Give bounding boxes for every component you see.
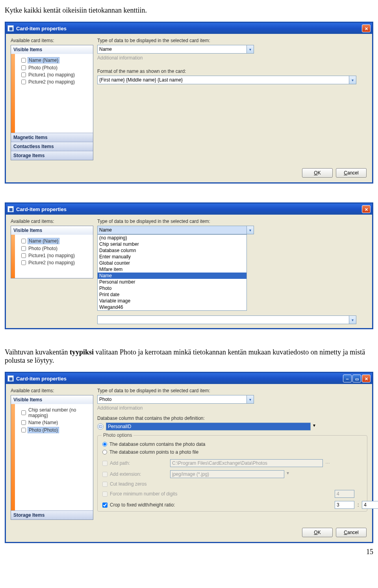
type-combo[interactable] xyxy=(97,226,367,234)
type-dropdown-list[interactable]: (no mapping) Chip serial number Database… xyxy=(97,234,247,311)
dropdown-item[interactable]: Chip serial number xyxy=(98,241,246,247)
db-column-label: Database column that contains the photo … xyxy=(97,415,367,421)
format-combo[interactable] xyxy=(97,315,367,324)
format-input[interactable] xyxy=(97,315,349,324)
accordion: Visible Items Name (Name) Photo (Photo) … xyxy=(11,226,93,278)
app-icon: ▦ xyxy=(7,375,14,382)
app-icon: ▦ xyxy=(7,25,14,32)
cancel-button[interactable]: Cancel xyxy=(336,168,367,178)
chevron-down-icon[interactable] xyxy=(247,45,254,54)
forcemin-input xyxy=(335,490,354,498)
checkbox[interactable] xyxy=(21,72,26,77)
checkbox[interactable] xyxy=(21,253,26,258)
chevron-down-icon[interactable] xyxy=(247,395,254,404)
type-combo[interactable] xyxy=(97,45,367,54)
checkbox[interactable] xyxy=(21,260,26,265)
ok-button[interactable]: OK xyxy=(302,528,333,537)
list-item[interactable]: Photo (Photo) xyxy=(20,245,91,252)
chevron-down-icon[interactable] xyxy=(349,76,356,84)
dropdown-item[interactable]: Personal number xyxy=(98,279,246,285)
accent-strip xyxy=(11,404,15,510)
cancel-button[interactable]: Cancel xyxy=(336,528,367,537)
chevron-down-icon xyxy=(287,470,289,478)
crop-height-input[interactable] xyxy=(362,501,378,509)
section-visible[interactable]: Visible Items xyxy=(11,395,93,404)
checkbox xyxy=(102,461,107,466)
window-title: Card-item properties xyxy=(16,26,67,32)
chevron-down-icon[interactable] xyxy=(247,226,254,234)
section-storage[interactable]: Storage Items xyxy=(11,510,93,519)
list-item[interactable]: Picture2 (no mapping) xyxy=(20,259,91,266)
dropdown-item[interactable]: Variable image xyxy=(98,298,246,304)
type-input[interactable] xyxy=(97,395,247,404)
photo-options-group: Photo options The database column contai… xyxy=(97,435,367,512)
crop-width-input[interactable] xyxy=(335,501,354,509)
accordion: Visible Items Name (Name) Photo (Photo) … xyxy=(11,45,93,160)
maximize-icon xyxy=(355,376,359,382)
accordion: Visible Items Chip serial number (no map… xyxy=(11,395,93,520)
type-input[interactable] xyxy=(97,226,247,234)
section-magnetic[interactable]: Magnetic Items xyxy=(11,133,93,142)
close-button[interactable] xyxy=(362,375,371,382)
group-legend: Photo options xyxy=(102,432,133,438)
checkbox[interactable] xyxy=(21,239,26,243)
checkbox[interactable] xyxy=(21,410,26,415)
radio-points-file[interactable]: The database column points to a photo fi… xyxy=(102,448,362,456)
visible-items-list: Name (Name) Photo (Photo) Picture1 (no m… xyxy=(15,54,93,133)
dropdown-item[interactable]: Enter manually xyxy=(98,254,246,260)
dropdown-item[interactable]: Wiegand46 xyxy=(98,304,246,310)
minimize-button[interactable] xyxy=(343,375,352,382)
close-icon xyxy=(365,206,368,212)
list-item[interactable]: Picture1 (no mapping) xyxy=(20,71,91,78)
db-column-input[interactable] xyxy=(106,423,311,430)
accent-strip xyxy=(11,54,15,133)
type-input[interactable] xyxy=(97,45,247,54)
dialog-screenshot-2: ▦ Card-item properties Available card it… xyxy=(5,202,373,329)
section-storage[interactable]: Storage Items xyxy=(11,151,93,160)
list-item[interactable]: Name (Name) xyxy=(20,237,91,245)
close-button[interactable] xyxy=(362,24,371,32)
addext-row: Add extension: xyxy=(102,471,165,477)
list-item[interactable]: Picture2 (no mapping) xyxy=(20,78,91,85)
section-visible[interactable]: Visible Items xyxy=(11,45,93,54)
dropdown-item[interactable]: Global counter xyxy=(98,260,246,266)
radio[interactable] xyxy=(102,442,107,447)
list-item[interactable]: Picture1 (no mapping) xyxy=(20,252,91,259)
checkbox[interactable] xyxy=(21,246,26,251)
list-item[interactable]: Name (Name) xyxy=(20,419,91,426)
dropdown-item[interactable]: (no mapping) xyxy=(98,235,246,241)
dropdown-item[interactable]: Print date xyxy=(98,291,246,298)
chevron-down-icon[interactable] xyxy=(313,423,315,430)
list-item[interactable]: Photo (Photo) xyxy=(20,426,91,434)
available-label: Available card items: xyxy=(11,38,93,43)
section-visible[interactable]: Visible Items xyxy=(11,226,93,235)
ok-button[interactable]: OK xyxy=(302,168,333,178)
close-icon xyxy=(365,26,368,32)
list-item[interactable]: Name (Name) xyxy=(20,56,91,64)
format-input[interactable] xyxy=(97,76,349,84)
intro-text-top: Kytke kaikki kentät oikeisiin tietokanna… xyxy=(5,6,373,15)
dropdown-item[interactable]: Database column xyxy=(98,247,246,254)
dropdown-item[interactable]: Photo xyxy=(98,285,246,291)
checkbox[interactable] xyxy=(21,428,26,432)
crop-row[interactable]: Crop to fixed width/height ratio: xyxy=(102,502,330,508)
checkbox[interactable] xyxy=(21,58,26,63)
checkbox[interactable] xyxy=(21,80,26,84)
maximize-button[interactable] xyxy=(352,375,361,382)
close-icon xyxy=(365,376,368,382)
checkbox[interactable] xyxy=(21,65,26,70)
chevron-down-icon[interactable] xyxy=(349,315,356,324)
radio[interactable] xyxy=(102,450,107,454)
checkbox[interactable] xyxy=(102,503,107,508)
section-contactless[interactable]: Contactless Items xyxy=(11,142,93,151)
type-combo[interactable] xyxy=(97,395,367,404)
radio-contains-data[interactable]: The database column contains the photo d… xyxy=(102,440,362,448)
dropdown-item-selected[interactable]: Name xyxy=(98,273,246,279)
list-item[interactable]: Chip serial number (no mapping) xyxy=(20,406,91,419)
checkbox[interactable] xyxy=(21,420,26,425)
close-button[interactable] xyxy=(362,205,371,213)
list-item[interactable]: Photo (Photo) xyxy=(20,64,91,71)
format-combo[interactable] xyxy=(97,76,367,84)
dropdown-item[interactable]: Mifare item xyxy=(98,266,246,273)
format-label: Format of the name as shown on the card: xyxy=(97,69,367,74)
